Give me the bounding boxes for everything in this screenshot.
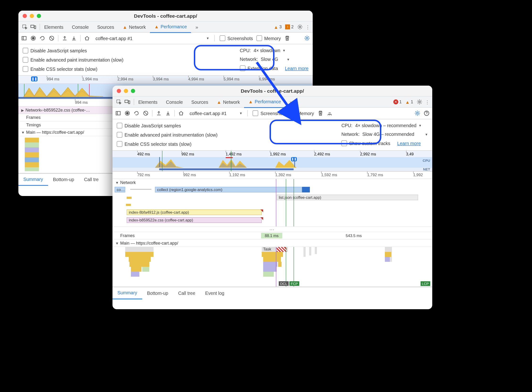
frame-item[interactable]: 543.5 ms [283, 233, 425, 238]
session-dropdown-icon[interactable]: ▼ [239, 112, 242, 115]
tab-performance[interactable]: ▲Performance [244, 97, 285, 108]
device-icon[interactable] [30, 24, 36, 30]
frame-item[interactable]: 88.1 ms [261, 233, 282, 238]
inspect-icon[interactable] [116, 99, 122, 105]
network-item[interactable]: index-b859522e.css (coffee-cart.app) [127, 217, 262, 223]
network-item[interactable]: list.json (coffee-cart.app) [277, 195, 418, 200]
reload-icon[interactable] [40, 35, 45, 41]
tab-calltree[interactable]: Call tre [79, 174, 103, 185]
warnings-triangle[interactable]: ▲3 [274, 24, 282, 30]
toggle-panel-icon[interactable] [21, 35, 27, 41]
home-icon[interactable] [178, 110, 184, 116]
overview-ruler[interactable]: ❚❚ 994 ms 1,994 ms 2,994 ms 3,994 ms 4,9… [19, 76, 313, 84]
extension-data-checkbox[interactable]: Extension data [240, 65, 278, 71]
zoom-icon[interactable] [37, 14, 41, 18]
settings-icon[interactable] [297, 24, 303, 30]
zoom-icon[interactable] [131, 89, 135, 93]
panel-settings-icon[interactable] [304, 35, 310, 41]
session-select[interactable]: coffee-cart.app #1 [187, 110, 229, 117]
tab-bottomup[interactable]: Bottom-up [142, 287, 173, 299]
session-dropdown-icon[interactable]: ▼ [206, 37, 209, 40]
download-icon[interactable] [71, 35, 77, 41]
disable-js-checkbox[interactable]: Disable JavaScript samples [23, 48, 124, 54]
tab-calltree[interactable]: Call tree [173, 287, 200, 299]
help-icon[interactable] [424, 110, 430, 116]
disclose-icon[interactable]: ▶ [21, 108, 24, 112]
learn-more-link[interactable]: Learn more [285, 65, 308, 71]
network-throttle[interactable]: Network:Slow 4G – recommended▼ [342, 132, 428, 137]
upload-icon[interactable] [156, 110, 162, 116]
disable-js-checkbox[interactable]: Disable JavaScript samples [117, 123, 218, 129]
clear-icon[interactable] [49, 35, 55, 41]
home-icon[interactable] [84, 35, 90, 41]
tab-summary[interactable]: Summary [112, 287, 142, 299]
warnings-box[interactable]: !2 [285, 24, 294, 29]
paint-instr-checkbox[interactable]: Enable advanced paint instrumentation (s… [23, 57, 124, 63]
tab-summary[interactable]: Summary [19, 174, 48, 186]
screenshots-checkbox[interactable]: Screenshots [253, 110, 286, 116]
tab-elements[interactable]: Elements [40, 22, 68, 32]
tab-sources[interactable]: Sources [187, 97, 213, 107]
main-track[interactable]: ▼Main — https://coffee-cart.app/ [112, 240, 432, 247]
settings-icon[interactable] [417, 99, 422, 105]
screenshots-checkbox[interactable]: Screenshots [220, 35, 253, 41]
tab-performance[interactable]: ▲Performance [150, 21, 191, 33]
more-tabs[interactable]: » [191, 22, 203, 32]
disclose-icon[interactable]: ▼ [21, 131, 25, 135]
flame-chart[interactable]: Task DCL FCP LCP [112, 247, 432, 287]
network-item[interactable]: co… [115, 187, 125, 192]
download-icon[interactable] [165, 110, 171, 116]
device-icon[interactable] [125, 99, 130, 105]
trash-icon[interactable] [318, 110, 323, 116]
disclose-icon[interactable]: ▼ [115, 181, 119, 185]
inspect-icon[interactable] [22, 24, 28, 30]
record-icon[interactable] [125, 110, 130, 116]
tab-console[interactable]: Console [68, 22, 93, 32]
tab-eventlog[interactable]: Event log [200, 287, 229, 299]
network-item[interactable]: collect (region1.google-analytics.com) [155, 187, 302, 192]
cpu-throttle[interactable]: CPU:4× slowdown▼ [240, 48, 308, 53]
close-icon[interactable] [117, 89, 121, 93]
capture-options: Disable JavaScript samples Enable advanc… [112, 119, 432, 151]
detail-ruler[interactable]: 792 ms 992 ms 1,192 ms 1,392 ms 1,592 ms… [112, 172, 432, 179]
tab-network[interactable]: ▲Network [118, 22, 150, 32]
shortcuts-icon[interactable] [327, 110, 333, 116]
memory-checkbox[interactable]: Memory [257, 35, 281, 41]
memory-checkbox[interactable]: Memory [290, 110, 314, 116]
tab-network[interactable]: ▲Network [213, 97, 244, 107]
network-item[interactable]: index-8bfa4912.js (coffee-cart.app) [127, 210, 262, 215]
clear-icon[interactable] [143, 110, 148, 116]
session-select[interactable]: coffee-cart.app #1 [93, 35, 135, 42]
pause-icon[interactable]: ❚❚ [31, 76, 37, 81]
cpu-throttle[interactable]: CPU:4× slowdown – recommended▼ [342, 123, 428, 128]
minimize-icon[interactable] [124, 89, 128, 93]
reload-icon[interactable] [134, 110, 139, 116]
css-stats-checkbox[interactable]: Enable CSS selector stats (slow) [23, 66, 124, 72]
paint-instr-checkbox[interactable]: Enable advanced paint instrumentation (s… [117, 132, 218, 138]
frames-track[interactable]: Frames 88.1 ms 543.5 ms [112, 232, 432, 240]
network-track[interactable]: ▼Network co… collect (region1.google-ana… [112, 179, 432, 227]
panel-settings-icon[interactable] [415, 110, 420, 116]
disclose-icon[interactable]: ▼ [115, 241, 119, 245]
tab-elements[interactable]: Elements [134, 97, 162, 107]
tab-sources[interactable]: Sources [93, 22, 118, 32]
track-divider[interactable]: ⋯ [112, 227, 432, 232]
overview-pane[interactable]: ❚❚ 492 ms 992 ms 1,492 ms 1,992 ms 2,492… [112, 151, 432, 172]
warnings-triangle[interactable]: ▲1 [405, 99, 413, 105]
more-tabs[interactable]: » [285, 97, 297, 107]
kebab-icon[interactable]: ⋮ [305, 24, 310, 30]
tab-console[interactable]: Console [162, 97, 187, 107]
record-icon[interactable] [30, 35, 36, 41]
kebab-icon[interactable]: ⋮ [425, 99, 430, 105]
toggle-panel-icon[interactable] [115, 110, 121, 116]
close-icon[interactable] [23, 14, 27, 18]
network-throttle[interactable]: Network:Slow 4G▼ [240, 57, 308, 62]
learn-more-link[interactable]: Learn more [397, 140, 421, 146]
css-stats-checkbox[interactable]: Enable CSS selector stats (slow) [117, 141, 218, 147]
custom-tracks-checkbox[interactable]: Show custom tracks [342, 140, 390, 146]
minimize-icon[interactable] [30, 14, 34, 18]
upload-icon[interactable] [62, 35, 68, 41]
errors-badge[interactable]: ✕1 [393, 99, 402, 104]
trash-icon[interactable] [284, 35, 290, 41]
tab-bottomup[interactable]: Bottom-up [48, 174, 79, 185]
